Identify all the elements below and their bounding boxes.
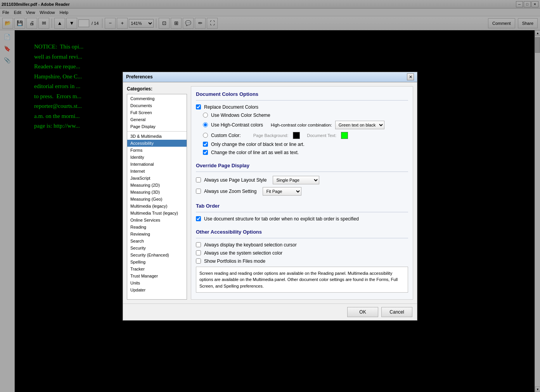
accessibility-info-text: Screen reading and reading order options… [199, 271, 398, 288]
always-layout-label: Always use Page Layout Style [204, 177, 267, 183]
high-contrast-combo[interactable]: Green text on black White text on black … [335, 121, 384, 129]
doc-text-label: Document Text: [307, 133, 336, 138]
dialog-title: Preferences [126, 74, 153, 80]
categories-list[interactable]: Commenting Documents Full Screen General… [127, 94, 187, 300]
dialog-body: Categories: Commenting Documents Full Sc… [123, 82, 417, 304]
accessibility-info-box: Screen reading and reading order options… [196, 267, 408, 293]
windows-color-radio[interactable] [203, 113, 208, 118]
override-title: Override Page Display [196, 163, 408, 168]
preferences-dialog: Preferences ✕ Categories: Commenting Doc… [123, 72, 417, 321]
replace-colors-label: Replace Document Colors [204, 104, 258, 110]
change-line-art-row: Change the color of line art as well as … [203, 150, 408, 155]
dialog-titlebar: Preferences ✕ [123, 72, 417, 82]
cat-search[interactable]: Search [127, 238, 187, 245]
other-accessibility-divider [196, 238, 408, 238]
always-zoom-row: Always use Zoom Setting Fit Page Fit Wid… [196, 187, 408, 196]
cat-identity[interactable]: Identity [127, 154, 187, 161]
cat-javascript[interactable]: JavaScript [127, 175, 187, 182]
custom-color-radio[interactable] [203, 133, 208, 138]
change-line-art-label: Change the color of line art as well as … [211, 150, 299, 155]
cat-divider-1 [127, 131, 187, 132]
cat-forms[interactable]: Forms [127, 147, 187, 154]
replace-colors-row: Replace Document Colors [196, 104, 408, 110]
other-accessibility-title: Other Accessibility Options [196, 229, 408, 235]
high-contrast-row: Use High-Contrast colors High-contrast c… [203, 121, 408, 129]
doc-text-color-box[interactable] [341, 132, 348, 139]
cat-online-services[interactable]: Online Services [127, 217, 187, 224]
cat-updater[interactable]: Updater [127, 286, 187, 293]
layout-style-select[interactable]: Single Page Continuous Facing Continuous… [273, 176, 319, 184]
cat-commenting[interactable]: Commenting [127, 95, 187, 102]
cat-3d-multimedia[interactable]: 3D & Multimedia [127, 133, 187, 140]
cat-internet[interactable]: Internet [127, 168, 187, 175]
system-selection-row: Always use the system selection color [196, 250, 408, 256]
custom-color-row: Custom Color: Page Background: Document … [203, 132, 408, 139]
system-selection-label: Always use the system selection color [204, 250, 282, 256]
keyboard-cursor-checkbox[interactable] [196, 242, 201, 247]
change-line-art-checkbox[interactable] [203, 150, 208, 155]
modal-overlay: Preferences ✕ Categories: Commenting Doc… [0, 0, 540, 392]
always-zoom-checkbox[interactable] [196, 189, 201, 194]
categories-panel: Categories: Commenting Documents Full Sc… [127, 86, 187, 300]
cat-accessibility[interactable]: Accessibility [127, 140, 187, 147]
always-layout-checkbox[interactable] [196, 177, 201, 182]
cat-international[interactable]: International [127, 161, 187, 168]
cat-general[interactable]: General [127, 116, 187, 123]
system-selection-checkbox[interactable] [196, 250, 201, 255]
cat-measuring-3d[interactable]: Measuring (3D) [127, 189, 187, 196]
only-change-row: Only change the color of black text or l… [203, 142, 408, 147]
windows-color-row: Use Windows Color Scheme [203, 113, 408, 118]
zoom-setting-select[interactable]: Fit Page Fit Width Fit Height Actual Siz… [263, 187, 301, 196]
always-layout-row: Always use Page Layout Style Single Page… [196, 176, 408, 184]
tab-order-divider [196, 212, 408, 212]
replace-colors-checkbox[interactable] [196, 104, 201, 109]
ok-button[interactable]: OK [347, 307, 378, 317]
cat-page-display[interactable]: Page Display [127, 123, 187, 130]
cat-security-enhanced[interactable]: Security (Enhanced) [127, 252, 187, 258]
cat-full-screen[interactable]: Full Screen [127, 109, 187, 116]
tab-order-checkbox[interactable] [196, 216, 201, 221]
only-change-checkbox[interactable] [203, 142, 208, 147]
other-accessibility-section: Other Accessibility Options Always displ… [196, 229, 408, 293]
custom-color-label: Custom Color: [211, 133, 241, 138]
cat-documents[interactable]: Documents [127, 102, 187, 109]
cat-measuring-geo[interactable]: Measuring (Geo) [127, 196, 187, 203]
cat-spelling[interactable]: Spelling [127, 258, 187, 265]
high-contrast-combo-label: High-contrast color combination: [271, 123, 332, 127]
portfolios-row: Show Portfolios in Files mode [196, 258, 408, 264]
doc-colors-section: Document Colors Options Replace Document… [196, 91, 408, 158]
cat-reviewing[interactable]: Reviewing [127, 231, 187, 238]
portfolios-checkbox[interactable] [196, 258, 201, 264]
dialog-close-button[interactable]: ✕ [407, 73, 414, 80]
keyboard-cursor-row: Always display the keyboard selection cu… [196, 242, 408, 248]
doc-colors-title: Document Colors Options [196, 91, 408, 97]
cat-security[interactable]: Security [127, 245, 187, 252]
override-divider [196, 172, 408, 172]
categories-label: Categories: [127, 86, 187, 92]
cat-multimedia-legacy[interactable]: Multimedia (legacy) [127, 203, 187, 210]
tab-order-section: Tab Order Use document structure for tab… [196, 203, 408, 224]
doc-colors-divider [196, 100, 408, 101]
cat-units[interactable]: Units [127, 279, 187, 286]
keyboard-cursor-label: Always display the keyboard selection cu… [204, 242, 297, 248]
only-change-label: Only change the color of black text or l… [211, 142, 305, 147]
page-bg-label: Page Background: [253, 133, 289, 138]
tab-order-row: Use document structure for tab order whe… [196, 216, 408, 222]
content-panel: Document Colors Options Replace Document… [191, 86, 413, 300]
dialog-footer: OK Cancel [123, 304, 417, 320]
high-contrast-radio[interactable] [203, 122, 208, 127]
cat-tracker[interactable]: Tracker [127, 265, 187, 272]
cat-trust-manager[interactable]: Trust Manager [127, 272, 187, 279]
windows-color-label: Use Windows Color Scheme [211, 113, 270, 118]
cat-measuring-2d[interactable]: Measuring (2D) [127, 182, 187, 189]
tab-order-title: Tab Order [196, 203, 408, 209]
override-section: Override Page Display Always use Page La… [196, 163, 408, 198]
page-bg-color-box[interactable] [293, 132, 300, 139]
portfolios-label: Show Portfolios in Files mode [204, 258, 265, 264]
cat-multimedia-trust[interactable]: Multimedia Trust (legacy) [127, 210, 187, 217]
cat-reading[interactable]: Reading [127, 224, 187, 231]
high-contrast-label: Use High-Contrast colors [211, 122, 263, 128]
cancel-button[interactable]: Cancel [381, 307, 412, 317]
tab-order-label: Use document structure for tab order whe… [204, 216, 359, 222]
always-zoom-label: Always use Zoom Setting [204, 189, 256, 194]
